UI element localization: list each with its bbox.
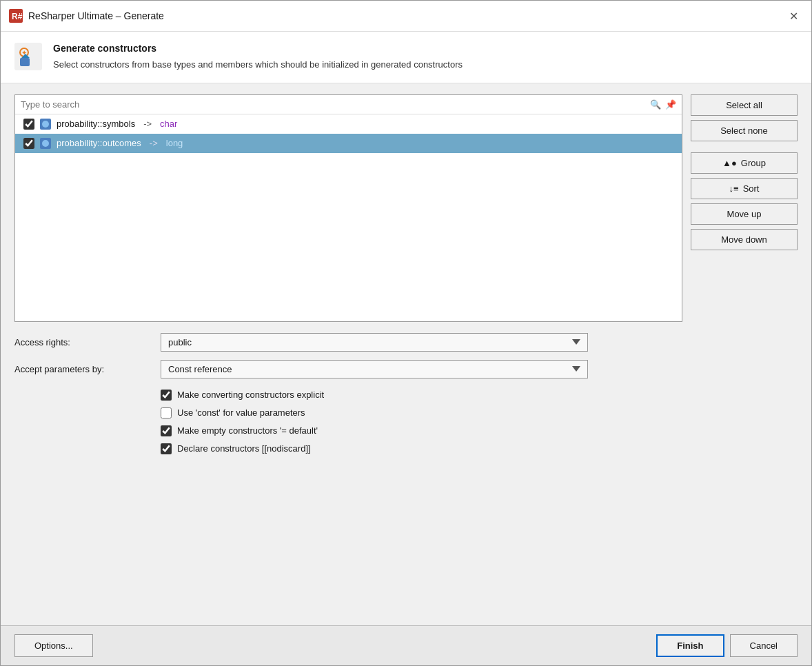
item-type-1: char: [160, 119, 177, 129]
item-name-1: probability::symbols: [57, 119, 135, 129]
checkbox-default-row: Make empty constructors '= default': [161, 425, 798, 436]
default-checkbox[interactable]: [161, 425, 172, 436]
header-section: ✦ Generate constructors Select construct…: [1, 32, 811, 83]
move-down-button[interactable]: Move down: [691, 229, 798, 250]
list-item[interactable]: probability::outcomes -> long: [15, 134, 682, 153]
footer-right: Finish Cancel: [656, 634, 798, 657]
item-type-2: long: [166, 138, 183, 148]
nodiscard-label: Declare constructors [[nodiscard]]: [177, 443, 311, 454]
sort-button[interactable]: ↓≡ Sort: [691, 178, 798, 199]
access-rights-select[interactable]: public protected private internal: [161, 333, 588, 352]
item-type-icon-2: [40, 138, 51, 149]
checkbox-nodiscard-row: Declare constructors [[nodiscard]]: [161, 443, 798, 454]
group-button[interactable]: ▲● Group: [691, 152, 798, 174]
search-icons: 🔍 📌: [650, 99, 676, 110]
items-list: probability::symbols -> char probability…: [15, 114, 682, 321]
finish-button[interactable]: Finish: [656, 634, 724, 657]
access-rights-row: Access rights: public protected private …: [14, 333, 798, 352]
select-all-button[interactable]: Select all: [691, 94, 798, 116]
sort-icon: ↓≡: [729, 183, 739, 194]
select-none-button[interactable]: Select none: [691, 120, 798, 141]
explicit-checkbox[interactable]: [161, 390, 172, 401]
close-button[interactable]: ✕: [784, 6, 803, 26]
dialog-window: R# ReSharper Ultimate – Generate ✕ ✦ Gen…: [0, 0, 812, 666]
pin-icon: 📌: [665, 99, 676, 110]
header-text: Generate constructors Select constructor…: [53, 43, 463, 72]
accept-params-select[interactable]: Const reference Value Move: [161, 360, 588, 379]
group-icon: ▲●: [722, 158, 737, 168]
main-content: 🔍 📌 probability::symbols -> char: [1, 83, 811, 626]
header-description: Select constructors from base types and …: [53, 58, 463, 72]
item-checkbox-1[interactable]: [23, 119, 34, 130]
accept-params-row: Accept parameters by: Const reference Va…: [14, 360, 798, 379]
window-title: ReSharper Ultimate – Generate: [28, 10, 164, 21]
title-bar-left: R# ReSharper Ultimate – Generate: [9, 9, 164, 23]
const-params-label: Use 'const' for value parameters: [177, 407, 305, 418]
default-label: Make empty constructors '= default': [177, 425, 318, 436]
explicit-label: Make converting constructors explicit: [177, 390, 324, 400]
nodiscard-checkbox[interactable]: [161, 443, 172, 454]
group-label: Group: [741, 158, 766, 168]
side-buttons: Select all Select none ▲● Group ↓≡ Sort …: [691, 94, 798, 322]
svg-rect-5: [20, 58, 30, 66]
checkbox-explicit-row: Make converting constructors explicit: [161, 390, 798, 401]
item-name-2: probability::outcomes: [57, 138, 141, 148]
item-type-icon-1: [40, 119, 51, 130]
checkboxes-section: Make converting constructors explicit Us…: [161, 390, 798, 454]
item-checkbox-2[interactable]: [23, 138, 34, 149]
cancel-button[interactable]: Cancel: [730, 634, 798, 657]
list-item[interactable]: probability::symbols -> char: [15, 114, 682, 134]
members-list-container: 🔍 📌 probability::symbols -> char: [14, 94, 682, 322]
move-up-button[interactable]: Move up: [691, 203, 798, 225]
svg-text:R#: R#: [12, 12, 23, 21]
checkbox-const-row: Use 'const' for value parameters: [161, 407, 798, 418]
search-bar: 🔍 📌: [15, 95, 682, 114]
sort-label: Sort: [743, 183, 760, 194]
access-rights-label: Access rights:: [14, 337, 152, 347]
options-section: Access rights: public protected private …: [14, 333, 798, 379]
resharper-icon: R#: [9, 9, 23, 23]
list-area: 🔍 📌 probability::symbols -> char: [14, 94, 798, 322]
footer: Options... Finish Cancel: [1, 625, 811, 665]
search-input[interactable]: [21, 99, 650, 110]
options-button[interactable]: Options...: [14, 634, 93, 657]
item-arrow-1: ->: [143, 119, 152, 129]
item-arrow-2: ->: [150, 138, 158, 148]
header-title: Generate constructors: [53, 43, 463, 54]
title-bar: R# ReSharper Ultimate – Generate ✕: [1, 1, 811, 32]
search-icon: 🔍: [650, 99, 661, 110]
const-params-checkbox[interactable]: [161, 407, 172, 418]
generate-icon: ✦: [14, 43, 42, 70]
accept-params-label: Accept parameters by:: [14, 364, 152, 374]
